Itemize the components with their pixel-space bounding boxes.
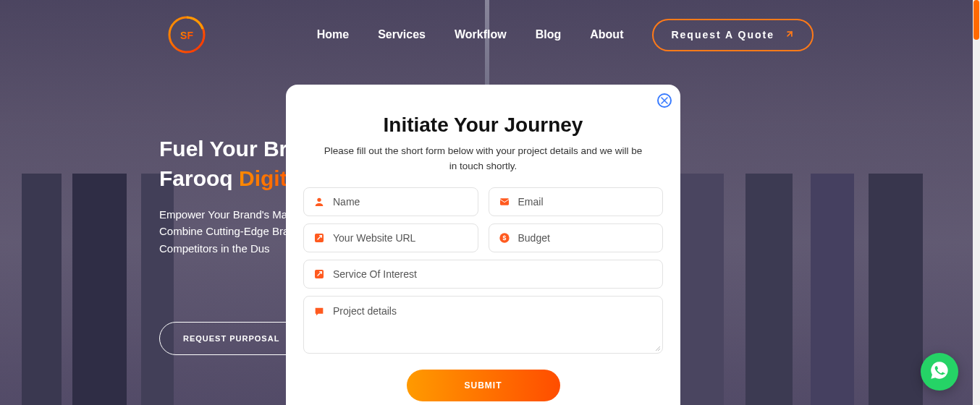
url-input[interactable] <box>333 232 469 244</box>
mail-icon <box>498 195 511 208</box>
request-quote-button[interactable]: Request A Quote <box>652 19 814 51</box>
nav-workflow[interactable]: Workflow <box>455 28 507 41</box>
service-input[interactable] <box>333 268 654 280</box>
close-icon <box>661 94 668 107</box>
request-purposal-button[interactable]: REQUEST PURPOSAL <box>159 322 303 355</box>
close-modal-button[interactable] <box>657 93 672 108</box>
svg-text:SF: SF <box>180 30 193 41</box>
name-input[interactable] <box>333 196 469 208</box>
nav-services[interactable]: Services <box>378 28 426 41</box>
email-input[interactable] <box>518 196 654 208</box>
svg-line-12 <box>658 349 660 351</box>
user-icon <box>313 195 326 208</box>
svg-rect-6 <box>500 198 509 205</box>
resize-grip-icon <box>653 344 660 351</box>
primary-nav: Home Services Workflow Blog About Reques… <box>317 19 814 51</box>
nav-home[interactable]: Home <box>317 28 349 41</box>
dollar-icon: $ <box>498 231 511 244</box>
modal-title: Initiate Your Journey <box>303 114 663 137</box>
service-field-wrapper[interactable] <box>303 260 663 289</box>
whatsapp-icon <box>929 360 950 383</box>
site-header: SF Home Services Workflow Blog About Req… <box>0 0 980 69</box>
link-icon <box>313 231 326 244</box>
budget-field-wrapper[interactable]: $ <box>489 223 664 252</box>
modal-subtitle: Please fill out the short form below wit… <box>324 144 643 174</box>
whatsapp-button[interactable] <box>921 353 958 391</box>
details-textarea[interactable] <box>333 305 654 344</box>
email-field-wrapper[interactable] <box>489 187 664 216</box>
svg-point-5 <box>317 198 321 202</box>
nav-blog[interactable]: Blog <box>536 28 562 41</box>
budget-input[interactable] <box>518 232 654 244</box>
arrow-up-right-icon <box>785 29 795 41</box>
hero-title-line2-plain: Farooq <box>159 166 239 190</box>
details-field-wrapper[interactable] <box>303 296 663 354</box>
service-icon <box>313 268 326 281</box>
brand-logo[interactable]: SF <box>166 14 207 55</box>
submit-button[interactable]: SUBMIT <box>407 370 560 401</box>
name-field-wrapper[interactable] <box>303 187 478 216</box>
svg-text:$: $ <box>502 234 506 242</box>
svg-line-11 <box>656 346 660 351</box>
request-quote-label: Request A Quote <box>671 29 774 40</box>
chat-icon <box>313 305 326 318</box>
url-field-wrapper[interactable] <box>303 223 478 252</box>
nav-about[interactable]: About <box>590 28 623 41</box>
journey-modal: Initiate Your Journey Please fill out th… <box>286 85 680 405</box>
